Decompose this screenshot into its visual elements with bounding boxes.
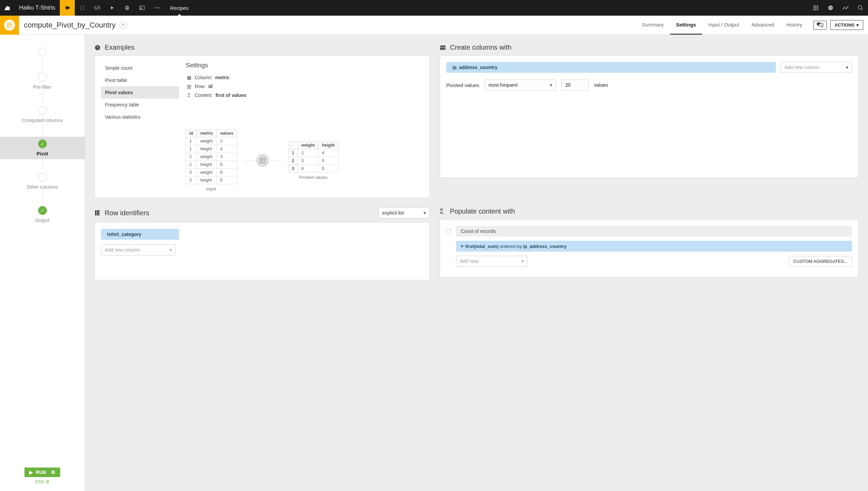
svg-rect-17: [817, 9, 818, 10]
svg-rect-33: [442, 47, 444, 50]
svg-point-8: [159, 7, 160, 9]
apps-icon[interactable]: [808, 0, 823, 16]
tab-recipes[interactable]: Recipes: [164, 0, 194, 16]
gear-icon: ⚙: [51, 470, 55, 475]
print-icon[interactable]: [120, 0, 135, 16]
tab-io[interactable]: Input / Output: [702, 16, 745, 35]
chevron-down-icon: ▾: [856, 22, 859, 28]
chevron-down-icon: ▾: [846, 65, 848, 70]
chevron-down-icon: ▾: [423, 210, 426, 216]
pivoted-mode-select[interactable]: most frequent ▾: [485, 80, 556, 90]
chevron-down-icon: ▾: [550, 82, 552, 88]
examples-header: ? Examples: [94, 44, 430, 51]
svg-rect-11: [817, 5, 818, 6]
page-title: compute_Pivot_by_Country: [19, 21, 116, 30]
count-records-pill[interactable]: Count of records: [456, 226, 852, 237]
example-simple-count[interactable]: Simple count: [101, 62, 179, 74]
step-initial[interactable]: ↓: [0, 45, 85, 59]
example-pivot-values[interactable]: Pivot values: [101, 86, 179, 99]
chevron-down-icon: ▾: [521, 258, 524, 264]
sigma-icon: Σ: [186, 92, 192, 98]
examples-list: Simple count Pivot table Pivot values Fr…: [101, 62, 179, 123]
add-aggregate-select[interactable]: Add new ▾: [456, 256, 527, 267]
svg-rect-2: [126, 6, 128, 7]
rows-icon: [94, 210, 101, 216]
example-diagram: idmetricvalues1weight21height42weight32h…: [101, 129, 423, 191]
columns-icon: [440, 45, 447, 50]
svg-text:?: ?: [830, 6, 832, 10]
step-pivot[interactable]: ✓ Pivot: [0, 137, 85, 159]
: ?: [94, 45, 101, 51]
search-icon[interactable]: [853, 0, 868, 16]
step-output[interactable]: ✓ Output: [0, 203, 85, 226]
gears-icon: ⚙: [46, 479, 50, 484]
run-button[interactable]: ▶ RUN ⚙: [24, 468, 60, 477]
activity-icon[interactable]: [838, 0, 853, 16]
help-icon[interactable]: ?: [823, 0, 838, 16]
project-name[interactable]: Haiku T-Shirts: [14, 4, 60, 11]
step-other-columns[interactable]: Other columns: [0, 170, 85, 192]
row-id-chip[interactable]: tshirt_category: [101, 229, 179, 240]
pivoted-values-label: Pivoted values: [446, 82, 480, 88]
sigma-icon: Σ: [440, 207, 447, 215]
svg-text:+: +: [820, 23, 822, 26]
aggregate-pill[interactable]: ▾ first(total_sum) ordered by ip_address…: [456, 241, 852, 252]
custom-aggregates-button[interactable]: CUSTOM AGGREGATES...: [789, 256, 852, 267]
tab-advanced[interactable]: Advanced: [745, 16, 780, 35]
rows-icon: ▥: [186, 84, 192, 89]
svg-line-21: [861, 9, 863, 10]
steps-sidebar: ↓ Pre-filter Computed columns ✓ Pivot Ot…: [0, 35, 85, 491]
populate-section: Σ Populate content with Count of records…: [440, 207, 858, 280]
columns-icon: ▦: [186, 75, 192, 80]
row-identifiers-header: Row identifiers: [105, 209, 149, 217]
svg-rect-32: [440, 47, 442, 50]
svg-text:?: ?: [97, 45, 99, 49]
svg-rect-31: [440, 46, 445, 47]
svg-rect-28: [260, 158, 265, 163]
tab-settings[interactable]: Settings: [670, 16, 702, 35]
pivoted-count-input[interactable]: [561, 80, 589, 90]
svg-rect-37: [97, 213, 100, 214]
svg-point-7: [157, 7, 158, 9]
tab-history[interactable]: History: [780, 16, 809, 35]
count-records-checkbox[interactable]: [446, 229, 451, 234]
play-icon[interactable]: [105, 0, 120, 16]
examples-section: ? Examples Simple count Pivot table Pivo…: [94, 44, 430, 198]
chevron-down-icon: ▾: [170, 247, 172, 253]
tab-summary[interactable]: Summary: [636, 16, 670, 35]
add-column-select[interactable]: Add new column ▾: [781, 62, 852, 73]
example-input-table: idmetricvalues1weight21height42weight32h…: [186, 129, 237, 184]
header-tabs: Summary Settings Input / Output Advanced…: [636, 16, 809, 35]
play-icon: ▶: [29, 470, 33, 475]
example-various-statistics[interactable]: Various statistics: [101, 111, 179, 123]
svg-point-6: [155, 7, 156, 9]
datasets-icon[interactable]: [75, 0, 90, 16]
topbar: Haiku T-Shirts Recipes ?: [0, 0, 868, 16]
svg-rect-35: [95, 210, 97, 216]
code-icon[interactable]: [90, 0, 105, 16]
page-header: compute_Pivot_by_Country Summary Setting…: [0, 16, 868, 35]
step-prefilter[interactable]: Pre-filter: [0, 70, 85, 92]
more-icon[interactable]: [150, 0, 164, 16]
example-pivot-table[interactable]: Pivot table: [101, 74, 179, 86]
create-columns-section: Create columns with ip_address_country A…: [440, 44, 858, 198]
discussion-button[interactable]: +: [813, 21, 827, 30]
row-id-add-select[interactable]: Add new column ▾: [101, 244, 176, 255]
create-columns-header: Create columns with: [440, 44, 858, 51]
navigate-icon[interactable]: [120, 21, 127, 29]
svg-point-0: [80, 6, 84, 10]
dss-link[interactable]: DSS ⚙: [35, 479, 50, 484]
example-frequency-table[interactable]: Frequency table: [101, 99, 179, 111]
step-computed-columns[interactable]: Computed columns: [0, 103, 85, 126]
pivot-column-chip[interactable]: ip_address_country: [446, 62, 776, 73]
chevron-down-icon: ▾: [461, 243, 463, 249]
app-logo[interactable]: [0, 0, 14, 16]
example-settings-title: Settings: [186, 62, 423, 69]
row-id-mode-select[interactable]: explicit list ▾: [379, 207, 430, 218]
svg-rect-10: [815, 5, 816, 6]
svg-rect-22: [7, 23, 12, 28]
actions-button[interactable]: ACTIONS ▾: [830, 20, 864, 30]
flow-icon[interactable]: [60, 0, 75, 16]
values-suffix: values: [594, 82, 608, 88]
dashboard-icon[interactable]: [135, 0, 150, 16]
